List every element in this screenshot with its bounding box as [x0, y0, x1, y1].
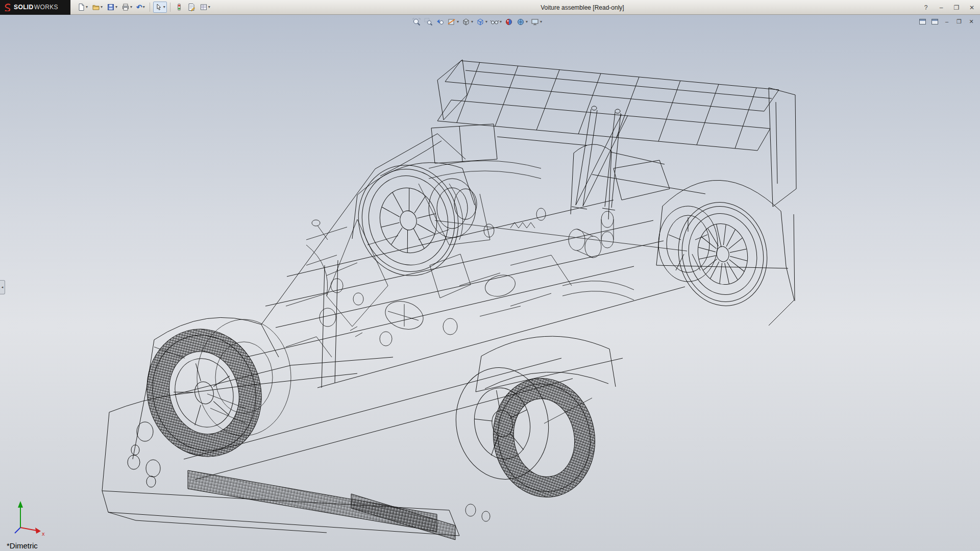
file-properties-icon	[187, 3, 195, 11]
zoom-to-fit-icon	[412, 17, 421, 27]
window-controls: ? – ❐ ✕	[921, 0, 977, 15]
new-button[interactable]: ▾	[76, 2, 89, 13]
pane-icon	[919, 19, 926, 24]
help-button[interactable]: ?	[921, 4, 931, 11]
view-settings-button[interactable]: ▾	[530, 17, 543, 27]
dropdown-caret[interactable]: ▾	[540, 20, 542, 24]
dropdown-caret[interactable]: ▾	[471, 20, 473, 24]
select-cursor-icon	[155, 3, 163, 11]
dropdown-caret[interactable]: ▾	[130, 5, 132, 9]
ds-logo-icon	[4, 3, 12, 11]
toolbar-separator	[170, 3, 170, 12]
zoom-to-area-icon	[424, 17, 433, 27]
undo-button[interactable]: ↶ ▾	[135, 2, 146, 13]
pane-icon	[932, 19, 938, 24]
toolbar-separator	[150, 3, 150, 12]
apply-scene-button[interactable]: ▾	[516, 17, 528, 27]
document-window-controls: – ❐ ✕	[918, 17, 976, 26]
heads-up-toolbar: ▾ ▾ ▾	[411, 17, 543, 27]
edit-appearance-icon	[504, 17, 513, 27]
hide-show-items-button[interactable]: ▾	[489, 17, 502, 27]
dropdown-caret[interactable]: ▾	[86, 5, 88, 9]
open-folder-icon	[92, 3, 100, 11]
previous-view-icon	[435, 17, 445, 27]
race-car-wireframe: x	[0, 0, 980, 551]
dropdown-caret[interactable]: ▾	[526, 20, 528, 24]
doc-minimize-button[interactable]: –	[942, 17, 951, 26]
view-orientation-label: *Dimetric	[7, 541, 38, 550]
print-icon	[121, 3, 130, 11]
minimize-button[interactable]: –	[936, 4, 946, 11]
undo-icon: ↶	[136, 4, 142, 11]
display-style-button[interactable]: ▾	[475, 17, 488, 27]
options-button[interactable]: ▾	[198, 2, 212, 13]
view-orientation-icon	[461, 17, 471, 27]
solidworks-logo: SOLID WORKS	[0, 0, 70, 15]
rear-wing	[437, 60, 796, 210]
section-view-icon	[447, 17, 456, 27]
section-view-button[interactable]: ▾	[447, 17, 459, 27]
brand-text-bold: SOLID	[14, 4, 34, 11]
new-document-icon	[77, 3, 85, 11]
front-right-tire	[484, 370, 604, 506]
zoom-to-fit-button[interactable]	[411, 17, 422, 27]
dropdown-caret[interactable]: ▾	[143, 5, 145, 9]
triad-x-label: x	[42, 531, 45, 537]
graphics-viewport[interactable]: x	[0, 15, 980, 551]
open-button[interactable]: ▾	[90, 2, 104, 13]
save-floppy-icon	[107, 3, 115, 11]
view-settings-icon	[530, 17, 540, 27]
orientation-triad: x	[15, 501, 45, 537]
dropdown-caret[interactable]: ▾	[500, 20, 502, 24]
dropdown-caret[interactable]: ▾	[115, 5, 117, 9]
print-button[interactable]: ▾	[120, 2, 134, 13]
panel-collapse-tab[interactable]: ◂	[0, 280, 5, 294]
previous-view-button[interactable]	[435, 17, 445, 27]
main-toolbar: ▾ ▾ ▾ ▾	[76, 2, 212, 13]
titlebar: SOLID WORKS ▾ ▾ ▾	[0, 0, 980, 15]
solidworks-window: SOLID WORKS ▾ ▾ ▾	[0, 0, 980, 551]
dropdown-caret[interactable]: ▾	[485, 20, 487, 24]
doc-restore-button[interactable]: ❐	[954, 17, 964, 26]
close-button[interactable]: ✕	[967, 4, 977, 11]
dropdown-caret[interactable]: ▾	[101, 5, 103, 9]
file-properties-button[interactable]	[186, 2, 197, 13]
dropdown-caret[interactable]: ▾	[457, 20, 459, 24]
rear-right-wheel	[669, 194, 777, 314]
side-mesh-grilles	[188, 470, 455, 540]
hide-show-items-icon	[490, 17, 499, 27]
options-grid-icon	[200, 3, 208, 11]
dropdown-caret[interactable]: ▾	[163, 5, 165, 9]
window-title: Voiture assemblee [Read-only]	[541, 0, 624, 15]
pane-two-button[interactable]	[930, 17, 939, 26]
select-button[interactable]: ▾	[153, 2, 167, 13]
dropdown-caret[interactable]: ▾	[208, 5, 210, 9]
front-left-tire	[132, 315, 277, 470]
zoom-to-area-button[interactable]	[423, 17, 433, 27]
doc-close-button[interactable]: ✕	[967, 17, 976, 26]
brand-text-light: WORKS	[34, 4, 58, 11]
display-style-icon	[476, 17, 485, 27]
view-orientation-button[interactable]: ▾	[461, 17, 474, 27]
edit-appearance-button[interactable]	[504, 17, 514, 27]
rear-left-wheel	[347, 155, 470, 286]
apply-scene-icon	[516, 17, 525, 27]
save-button[interactable]: ▾	[105, 2, 119, 13]
pane-one-button[interactable]	[918, 17, 927, 26]
restore-button[interactable]: ❐	[951, 4, 962, 11]
rebuild-button[interactable]	[174, 2, 185, 13]
stop-light-icon	[175, 3, 183, 11]
